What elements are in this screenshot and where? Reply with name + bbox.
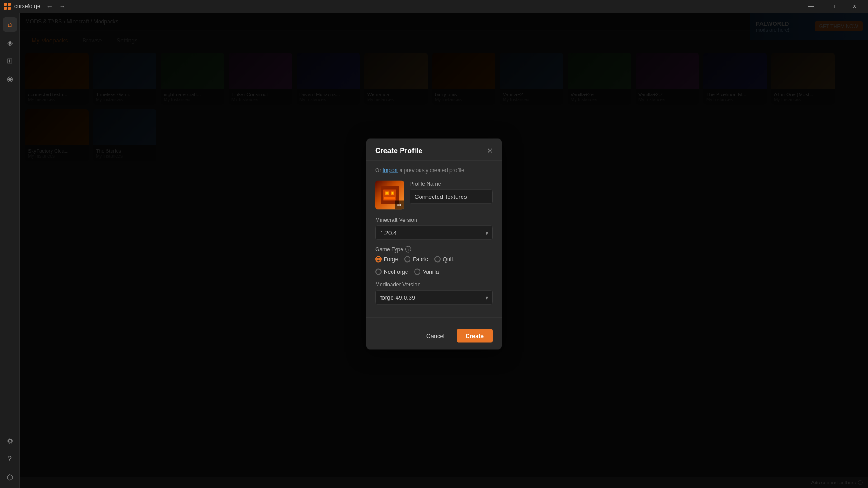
radio-neoforge[interactable]: NeoForge	[375, 269, 408, 275]
radio-quilt-button[interactable]	[434, 256, 441, 263]
nav-buttons: ← →	[45, 2, 67, 11]
radio-forge[interactable]: Forge	[375, 256, 398, 263]
sidebar-item-games[interactable]: ◈	[3, 35, 17, 50]
radio-vanilla-button[interactable]	[414, 269, 420, 275]
modal-body: Or import a previously created profile	[366, 161, 502, 317]
radio-fabric-label: Fabric	[413, 256, 428, 263]
radio-quilt-label: Quilt	[443, 256, 454, 263]
modal-footer: Cancel Create	[366, 324, 502, 350]
svg-rect-2	[4, 7, 7, 10]
radio-neoforge-button[interactable]	[375, 269, 382, 275]
window-controls: — □ ✕	[801, 0, 864, 13]
modloader-label: Modloader Version	[375, 282, 493, 288]
create-profile-modal: Create Profile ✕ Or import a previously …	[366, 139, 502, 350]
app-title: curseforge	[14, 3, 40, 9]
maximize-button[interactable]: □	[823, 0, 843, 13]
sidebar-item-store[interactable]: ⬡	[3, 470, 17, 484]
sidebar: ⌂ ◈ ⊞ ◉ ⚙ ? ⬡	[0, 13, 20, 488]
sidebar-item-settings[interactable]: ⚙	[3, 434, 17, 448]
radio-fabric-button[interactable]	[404, 256, 410, 263]
minecraft-version-wrapper: 1.20.4 1.20.1 1.19.4 1.18.5 ▾	[375, 226, 493, 240]
modloader-section: Modloader Version forge-49.0.39 forge-49…	[375, 282, 493, 305]
modal-divider	[366, 317, 502, 318]
forward-button[interactable]: →	[57, 2, 67, 11]
radio-forge-button[interactable]	[375, 256, 382, 263]
radio-vanilla-label: Vanilla	[423, 269, 439, 275]
game-type-radio-group: Forge Fabric Quilt NeoForge Vanilla	[375, 256, 493, 275]
svg-rect-3	[8, 7, 11, 10]
import-text: Or	[375, 167, 381, 174]
minecraft-version-select[interactable]: 1.20.4 1.20.1 1.19.4 1.18.5	[375, 226, 493, 240]
import-link[interactable]: import	[383, 167, 398, 174]
svg-point-10	[392, 192, 393, 194]
game-type-section: Game Type i Forge Fabric Quilt	[375, 246, 493, 275]
radio-fabric[interactable]: Fabric	[404, 256, 428, 263]
sidebar-item-home[interactable]: ⌂	[3, 17, 17, 32]
titlebar: curseforge ← → — □ ✕	[0, 0, 868, 13]
radio-neoforge-label: NeoForge	[384, 269, 408, 275]
modal-close-button[interactable]: ✕	[487, 147, 493, 155]
sidebar-item-profile[interactable]: ◉	[3, 71, 17, 86]
profile-header: ✏ Profile Name	[375, 181, 493, 210]
minimize-button[interactable]: —	[801, 0, 821, 13]
svg-rect-8	[384, 197, 395, 200]
import-line: Or import a previously created profile	[375, 167, 493, 174]
modal-header: Create Profile ✕	[366, 139, 502, 161]
cancel-button[interactable]: Cancel	[419, 329, 452, 343]
app-logo	[4, 3, 11, 10]
modloader-wrapper: forge-49.0.39 forge-49.0.38 ▾	[375, 291, 493, 305]
minecraft-version-section: Minecraft Version 1.20.4 1.20.1 1.19.4 1…	[375, 217, 493, 240]
sidebar-item-mods[interactable]: ⊞	[3, 53, 17, 68]
close-button[interactable]: ✕	[844, 0, 864, 13]
game-type-info-icon[interactable]: i	[405, 246, 411, 253]
import-suffix: a previously created profile	[399, 167, 464, 174]
radio-vanilla[interactable]: Vanilla	[414, 269, 439, 275]
radio-quilt[interactable]: Quilt	[434, 256, 454, 263]
modloader-select[interactable]: forge-49.0.39 forge-49.0.38	[375, 291, 493, 305]
svg-point-9	[386, 192, 388, 194]
modal-title: Create Profile	[375, 147, 422, 155]
radio-forge-label: Forge	[384, 256, 398, 263]
svg-rect-0	[4, 3, 7, 6]
svg-rect-1	[8, 3, 11, 6]
profile-image[interactable]: ✏	[375, 181, 404, 210]
sidebar-item-help[interactable]: ?	[3, 452, 17, 466]
profile-name-section: Profile Name	[410, 181, 493, 204]
edit-image-icon: ✏	[395, 201, 404, 210]
create-button[interactable]: Create	[457, 329, 493, 343]
profile-name-input[interactable]	[410, 190, 493, 204]
game-type-label: Game Type i	[375, 246, 493, 253]
back-button[interactable]: ←	[45, 2, 55, 11]
minecraft-version-label: Minecraft Version	[375, 217, 493, 223]
profile-name-label: Profile Name	[410, 181, 493, 187]
